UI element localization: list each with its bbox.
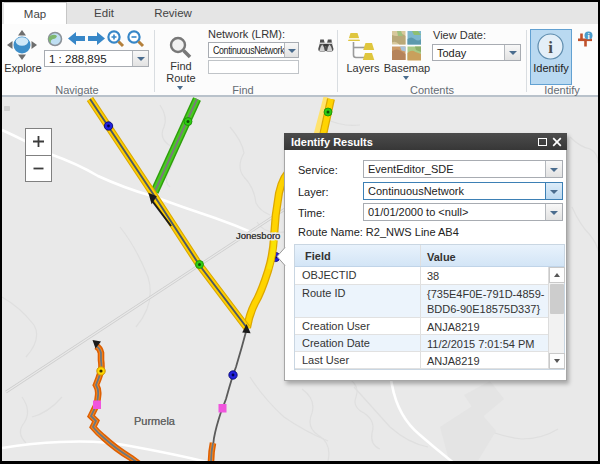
svg-text:i: i [548, 38, 553, 57]
svg-text:Jonesboro: Jonesboro [236, 230, 280, 241]
svg-text:Purmela: Purmela [134, 415, 176, 427]
